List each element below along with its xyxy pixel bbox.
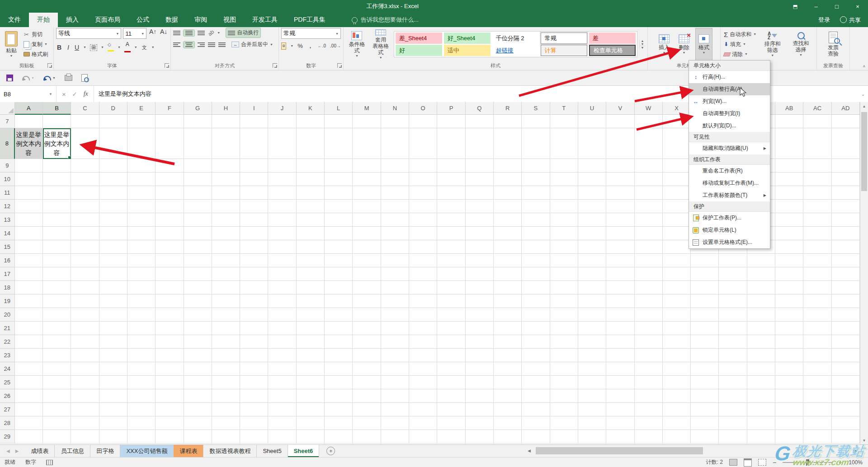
cell-Y26[interactable]: [691, 389, 719, 403]
cell-X26[interactable]: [663, 389, 691, 403]
cell-P9[interactable]: [437, 159, 465, 173]
cell-B15[interactable]: [43, 240, 71, 254]
cell-G28[interactable]: [184, 416, 212, 430]
collapse-ribbon-icon[interactable]: ˄: [863, 64, 865, 69]
cell-L14[interactable]: [325, 227, 353, 240]
cell-U7[interactable]: [578, 115, 606, 128]
cell-AA27[interactable]: [747, 403, 775, 416]
cell-L10[interactable]: [325, 173, 353, 186]
cell-F12[interactable]: [156, 200, 184, 213]
cell-AA28[interactable]: [747, 416, 775, 430]
cell-O23[interactable]: [409, 349, 437, 362]
cell-Z24[interactable]: [719, 362, 747, 376]
cell-V10[interactable]: [606, 173, 634, 186]
cell-D13[interactable]: [99, 213, 127, 227]
sheet-tab-田字格[interactable]: 田字格: [90, 445, 120, 457]
zoom-in-button[interactable]: +: [839, 459, 842, 466]
cell-AB26[interactable]: [775, 389, 803, 403]
cell-T22[interactable]: [550, 335, 578, 349]
cell-B23[interactable]: [43, 349, 71, 362]
cell-AC25[interactable]: [803, 376, 831, 389]
wrap-text-button[interactable]: 自动换行: [226, 28, 260, 37]
cell-A15[interactable]: [15, 240, 43, 254]
cell-X15[interactable]: [663, 240, 691, 254]
cell-E17[interactable]: [127, 267, 156, 281]
row-header-22[interactable]: 22: [0, 335, 15, 349]
cell-G18[interactable]: [184, 281, 212, 294]
cell-O15[interactable]: [409, 240, 437, 254]
column-header-A[interactable]: A: [15, 102, 43, 115]
top-align-icon[interactable]: [173, 31, 180, 35]
cell-C24[interactable]: [71, 362, 99, 376]
cell-J7[interactable]: [268, 115, 296, 128]
cell-J28[interactable]: [268, 416, 296, 430]
cell-R18[interactable]: [494, 281, 522, 294]
cell-J11[interactable]: [268, 186, 296, 200]
cell-W9[interactable]: [635, 159, 663, 173]
cell-B24[interactable]: [43, 362, 71, 376]
cell-AD19[interactable]: [832, 294, 860, 308]
cell-P21[interactable]: [437, 322, 465, 335]
cell-O9[interactable]: [409, 159, 437, 173]
cell-N20[interactable]: [381, 308, 409, 322]
underline-button[interactable]: U: [74, 44, 80, 51]
cell-L19[interactable]: [325, 294, 353, 308]
cell-M13[interactable]: [353, 213, 381, 227]
column-header-J[interactable]: J: [268, 102, 296, 115]
cell-O18[interactable]: [409, 281, 437, 294]
new-sheet-button[interactable]: +: [326, 447, 335, 455]
cell-U11[interactable]: [578, 186, 606, 200]
decrease-decimal-button[interactable]: .00→: [330, 43, 341, 48]
cell-Q18[interactable]: [466, 281, 494, 294]
redo-button[interactable]: ▼: [22, 76, 34, 80]
cell-E24[interactable]: [127, 362, 156, 376]
cell-J29[interactable]: [268, 430, 296, 444]
row-header-8[interactable]: 8: [0, 128, 15, 159]
cell-H9[interactable]: [212, 159, 240, 173]
cell-A16[interactable]: [15, 254, 43, 267]
number-format-combo[interactable]: 常规▼: [281, 28, 341, 39]
cell-G11[interactable]: [184, 186, 212, 200]
cell-C10[interactable]: [71, 173, 99, 186]
cell-D28[interactable]: [99, 416, 127, 430]
cell-P22[interactable]: [437, 335, 465, 349]
cell-V14[interactable]: [606, 227, 634, 240]
increase-indent-icon[interactable]: [218, 42, 226, 47]
ribbon-tab-页面布局[interactable]: 页面布局: [87, 13, 128, 27]
style-chip[interactable]: 差: [589, 33, 636, 44]
menu-item[interactable]: 移动或复制工作表(M)...: [689, 177, 770, 189]
cell-H11[interactable]: [212, 186, 240, 200]
cell-X7[interactable]: [663, 115, 691, 128]
save-button[interactable]: [6, 75, 13, 81]
cell-S22[interactable]: [522, 335, 550, 349]
cell-L8[interactable]: [325, 128, 353, 159]
cell-E9[interactable]: [127, 159, 156, 173]
cell-V18[interactable]: [606, 281, 634, 294]
cell-R29[interactable]: [494, 430, 522, 444]
cell-B13[interactable]: [43, 213, 71, 227]
cell-M8[interactable]: [353, 128, 381, 159]
cell-AC16[interactable]: [803, 254, 831, 267]
cell-H14[interactable]: [212, 227, 240, 240]
cell-C23[interactable]: [71, 349, 99, 362]
cell-L9[interactable]: [325, 159, 353, 173]
cell-M28[interactable]: [353, 416, 381, 430]
cell-F8[interactable]: [156, 128, 184, 159]
vertical-scroll-thumb[interactable]: [861, 112, 867, 191]
cell-G15[interactable]: [184, 240, 212, 254]
cell-K16[interactable]: [297, 254, 325, 267]
menu-item[interactable]: 锁定单元格(L): [689, 224, 770, 236]
cancel-icon[interactable]: ×: [62, 90, 66, 98]
cell-Y27[interactable]: [691, 403, 719, 416]
cell-Z17[interactable]: [719, 267, 747, 281]
cell-AB21[interactable]: [775, 322, 803, 335]
cell-R19[interactable]: [494, 294, 522, 308]
row-header-11[interactable]: 11: [0, 186, 15, 200]
zoom-slider[interactable]: [783, 462, 832, 463]
cell-T14[interactable]: [550, 227, 578, 240]
cell-AA19[interactable]: [747, 294, 775, 308]
cell-M24[interactable]: [353, 362, 381, 376]
cell-AA25[interactable]: [747, 376, 775, 389]
cell-C20[interactable]: [71, 308, 99, 322]
cell-X14[interactable]: [663, 227, 691, 240]
